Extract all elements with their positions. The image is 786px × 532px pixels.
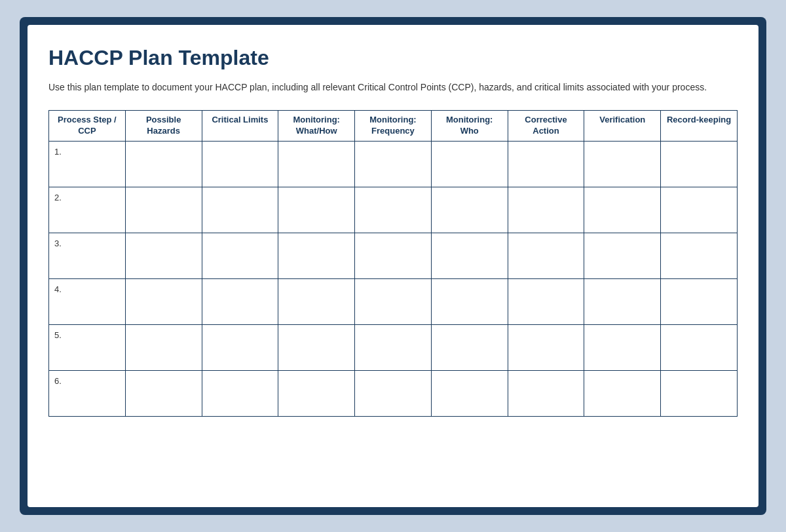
table-cell[interactable] <box>278 141 355 187</box>
table-cell[interactable] <box>661 233 738 278</box>
table-cell[interactable] <box>355 370 432 416</box>
table-row: 3. <box>49 233 738 278</box>
col-header-who: Monitoring: Who <box>431 111 508 142</box>
table-row: 6. <box>49 370 738 416</box>
table-cell[interactable] <box>125 370 202 416</box>
col-header-limits: Critical Limits <box>202 111 278 142</box>
table-cell[interactable] <box>431 187 508 233</box>
table-cell[interactable] <box>125 324 202 370</box>
row-number: 1. <box>49 141 126 187</box>
table-cell[interactable] <box>202 324 278 370</box>
col-header-corrective: Corrective Action <box>508 111 584 142</box>
table-cell[interactable] <box>508 324 584 370</box>
row-number: 4. <box>49 278 126 324</box>
table-header-row: Process Step / CCP Possible Hazards Crit… <box>49 111 738 142</box>
col-header-process: Process Step / CCP <box>49 111 126 142</box>
table-row: 5. <box>49 324 738 370</box>
table-cell[interactable] <box>278 233 355 278</box>
table-cell[interactable] <box>584 278 661 324</box>
table-cell[interactable] <box>431 278 508 324</box>
table-row: 4. <box>49 278 738 324</box>
table-cell[interactable] <box>278 324 355 370</box>
table-cell[interactable] <box>202 187 278 233</box>
col-header-record: Record-keeping <box>661 111 738 142</box>
page-title: HACCP Plan Template <box>48 46 738 70</box>
table-cell[interactable] <box>125 278 202 324</box>
table-cell[interactable] <box>508 187 584 233</box>
table-cell[interactable] <box>431 233 508 278</box>
table-cell[interactable] <box>661 324 738 370</box>
table-cell[interactable] <box>202 233 278 278</box>
table-cell[interactable] <box>431 324 508 370</box>
table-cell[interactable] <box>278 370 355 416</box>
table-cell[interactable] <box>584 141 661 187</box>
table-cell[interactable] <box>661 141 738 187</box>
table-cell[interactable] <box>202 370 278 416</box>
table-row: 1. <box>49 141 738 187</box>
table-cell[interactable] <box>508 141 584 187</box>
table-cell[interactable] <box>355 233 432 278</box>
row-number: 6. <box>49 370 126 416</box>
table-cell[interactable] <box>355 324 432 370</box>
col-header-hazards: Possible Hazards <box>125 111 202 142</box>
table-cell[interactable] <box>584 233 661 278</box>
table-cell[interactable] <box>278 278 355 324</box>
row-number: 2. <box>49 187 126 233</box>
col-header-verification: Verification <box>584 111 661 142</box>
table-cell[interactable] <box>431 141 508 187</box>
table-cell[interactable] <box>278 187 355 233</box>
table-row: 2. <box>49 187 738 233</box>
table-cell[interactable] <box>584 370 661 416</box>
col-header-freq: Monitoring: Frequency <box>355 111 432 142</box>
inner-container: HACCP Plan Template Use this plan templa… <box>28 25 758 507</box>
table-cell[interactable] <box>584 324 661 370</box>
table-cell[interactable] <box>508 233 584 278</box>
table-cell[interactable] <box>508 278 584 324</box>
table-body: 1.2.3.4.5.6. <box>49 141 738 416</box>
table-cell[interactable] <box>661 278 738 324</box>
table-cell[interactable] <box>661 187 738 233</box>
outer-container: HACCP Plan Template Use this plan templa… <box>20 17 766 515</box>
table-cell[interactable] <box>125 141 202 187</box>
table-cell[interactable] <box>125 233 202 278</box>
table-cell[interactable] <box>355 141 432 187</box>
table-cell[interactable] <box>202 141 278 187</box>
table-cell[interactable] <box>508 370 584 416</box>
row-number: 3. <box>49 233 126 278</box>
table-cell[interactable] <box>202 278 278 324</box>
table-cell[interactable] <box>431 370 508 416</box>
row-number: 5. <box>49 324 126 370</box>
table-cell[interactable] <box>355 278 432 324</box>
haccp-table: Process Step / CCP Possible Hazards Crit… <box>48 110 738 417</box>
table-cell[interactable] <box>355 187 432 233</box>
table-cell[interactable] <box>661 370 738 416</box>
page-description: Use this plan template to document your … <box>48 81 738 94</box>
col-header-what: Monitoring: What/How <box>278 111 355 142</box>
table-cell[interactable] <box>125 187 202 233</box>
table-cell[interactable] <box>584 187 661 233</box>
